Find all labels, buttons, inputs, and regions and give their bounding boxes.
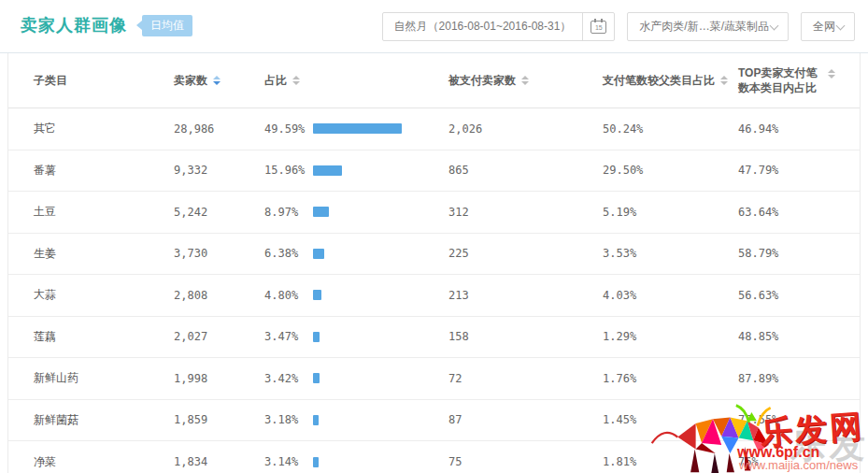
top-ratio-cell: 47.79%: [738, 164, 860, 177]
top-ratio-cell: 87.89%: [738, 372, 860, 385]
top-ratio-cell: 76%: [738, 455, 860, 468]
filter-controls: 自然月（2016-08-01~2016-08-31） 15 水产肉类/新…菜/蔬…: [382, 12, 855, 41]
share-cell: 6.38%: [264, 247, 448, 260]
share-cell: 8.97%: [264, 206, 448, 219]
sort-icon[interactable]: [292, 76, 300, 85]
daily-average-badge: 日均值: [136, 15, 192, 36]
parent-ratio-cell: 1.45%: [603, 413, 738, 426]
topbar: 卖家人群画像 日均值 自然月（2016-08-01~2016-08-31） 15…: [0, 0, 868, 53]
calendar-icon: 15: [591, 21, 606, 34]
sellers-cell: 28,986: [174, 122, 264, 136]
share-bar: [313, 332, 320, 342]
top-ratio-cell: 46.94%: [738, 122, 860, 136]
paid-sellers-cell: 72: [448, 372, 603, 385]
paid-sellers-cell: 312: [448, 206, 603, 219]
parent-ratio-cell: 1.81%: [603, 455, 738, 468]
calendar-pin: [601, 19, 603, 22]
top-ratio-cell: 77.55%: [738, 413, 860, 426]
table-body: 其它 28,986 49.59% 2,026 50.24% 46.94% 番薯 …: [8, 108, 860, 473]
table-row: 莲藕 2,027 3.47% 158 1.29% 48.85%: [8, 317, 860, 359]
calendar-day-label: 15: [595, 24, 603, 31]
subcategory-cell: 新鲜山药: [34, 370, 174, 386]
scope-dropdown[interactable]: 全网: [801, 12, 855, 41]
scope-dropdown-label: 全网: [802, 19, 835, 35]
top-ratio-cell: 63.64%: [738, 206, 860, 219]
table-header-row: 子类目 卖家数 占比 被支付卖家数 支付笔数较父类目占比 TOP卖家支付笔数本类…: [8, 53, 860, 108]
badge-label: 日均值: [142, 15, 192, 36]
paid-sellers-cell: 87: [448, 413, 603, 426]
sellers-cell: 2,027: [174, 330, 264, 343]
sort-icon[interactable]: [720, 76, 728, 85]
table-row: 净菜 1,834 3.14% 75 1.81% 76%: [8, 441, 860, 473]
column-header-share[interactable]: 占比: [264, 73, 448, 89]
table-card: 子类目 卖家数 占比 被支付卖家数 支付笔数较父类目占比 TOP卖家支付笔数本类…: [7, 53, 861, 473]
chevron-down-icon: [770, 21, 779, 30]
paid-sellers-cell: 865: [448, 164, 603, 177]
share-bar: [313, 165, 342, 176]
column-header-paid-sellers[interactable]: 被支付卖家数: [448, 73, 603, 89]
sort-icon[interactable]: [213, 76, 221, 85]
sort-icon[interactable]: [521, 76, 529, 85]
share-cell: 3.47%: [264, 330, 448, 343]
subcategory-cell: 生姜: [34, 246, 174, 262]
page-title: 卖家人群画像: [21, 14, 127, 36]
column-header-sellers[interactable]: 卖家数: [174, 73, 264, 89]
share-cell: 3.42%: [264, 372, 448, 385]
share-cell: 4.80%: [264, 289, 448, 302]
paid-sellers-cell: 158: [448, 330, 603, 343]
top-ratio-cell: 48.85%: [738, 330, 860, 343]
subcategory-cell: 莲藕: [34, 329, 174, 345]
sellers-cell: 1,998: [174, 372, 264, 385]
share-cell: 49.59%: [264, 122, 448, 136]
title-wrap: 卖家人群画像 日均值: [21, 14, 192, 36]
sellers-cell: 5,242: [174, 206, 264, 219]
sellers-cell: 1,859: [174, 413, 264, 426]
table-row: 大蒜 2,808 4.80% 213 4.03% 56.63%: [8, 275, 860, 317]
subcategory-cell: 土豆: [34, 204, 174, 220]
paid-sellers-cell: 213: [448, 289, 603, 302]
share-bar: [313, 415, 319, 425]
top-ratio-cell: 58.79%: [738, 247, 860, 260]
parent-ratio-cell: 29.50%: [603, 164, 738, 177]
seller-portrait-page: { "colors": { "accent_teal": "#2fb0a9", …: [0, 0, 868, 473]
sort-icon[interactable]: [828, 69, 835, 79]
parent-ratio-cell: 1.29%: [603, 330, 738, 343]
category-dropdown-label: 水产肉类/新…菜/蔬菜制品: [628, 19, 769, 35]
share-bar: [313, 123, 402, 134]
subcategory-cell: 净菜: [34, 454, 174, 470]
calendar-pin: [594, 19, 596, 22]
date-range-picker[interactable]: 自然月（2016-08-01~2016-08-31） 15: [382, 12, 616, 41]
parent-ratio-cell: 50.24%: [603, 122, 738, 136]
parent-ratio-cell: 4.03%: [603, 289, 738, 302]
paid-sellers-cell: 2,026: [448, 122, 603, 136]
table-row: 土豆 5,242 8.97% 312 5.19% 63.64%: [8, 192, 860, 234]
share-bar: [313, 290, 321, 300]
subcategory-cell: 大蒜: [34, 287, 174, 303]
sellers-cell: 9,332: [174, 164, 264, 177]
parent-ratio-cell: 5.19%: [603, 206, 738, 219]
share-bar: [313, 457, 319, 467]
share-bar: [313, 373, 320, 383]
top-ratio-cell: 56.63%: [738, 289, 860, 302]
share-cell: 15.96%: [264, 164, 448, 177]
paid-sellers-cell: 75: [448, 455, 603, 468]
date-range-label: 自然月（2016-08-01~2016-08-31）: [383, 19, 583, 35]
share-cell: 3.14%: [264, 455, 448, 468]
column-header-top-ratio[interactable]: TOP卖家支付笔数本类目内占比: [738, 65, 860, 95]
chevron-down-icon: [836, 21, 846, 30]
subcategory-cell: 番薯: [34, 163, 174, 179]
share-bar: [313, 207, 329, 217]
subcategory-cell: 新鲜菌菇: [34, 412, 174, 428]
category-dropdown[interactable]: 水产肉类/新…菜/蔬菜制品: [627, 12, 789, 41]
paid-sellers-cell: 225: [448, 247, 603, 260]
sellers-cell: 3,730: [174, 247, 264, 260]
sellers-cell: 2,808: [174, 289, 264, 302]
subcategory-cell: 其它: [34, 121, 174, 136]
column-header-parent-ratio[interactable]: 支付笔数较父类目占比: [603, 73, 738, 89]
parent-ratio-cell: 1.76%: [603, 372, 738, 385]
calendar-button[interactable]: 15: [582, 13, 614, 40]
column-header-subcategory: 子类目: [34, 73, 174, 89]
table-row: 生姜 3,730 6.38% 225 3.53% 58.79%: [8, 234, 860, 276]
table-row: 其它 28,986 49.59% 2,026 50.24% 46.94%: [8, 108, 860, 150]
share-bar: [313, 249, 324, 259]
